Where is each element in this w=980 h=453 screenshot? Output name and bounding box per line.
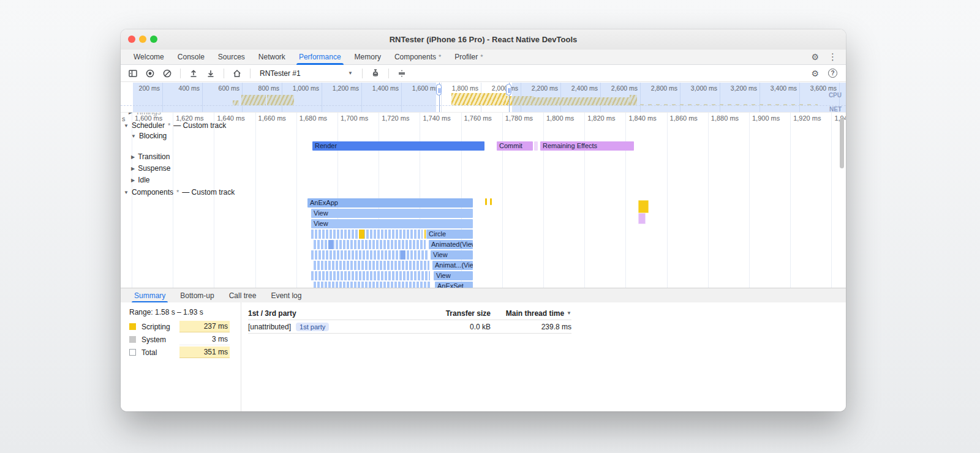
device-select-dropdown[interactable]: RNTester #1 ▼ [256, 67, 356, 80]
legend-value: 237 ms [179, 321, 230, 332]
flame-event-animated-view[interactable]: Animated(View) [429, 240, 473, 249]
details-tab-bottom-up[interactable]: Bottom-up [173, 288, 221, 302]
record-icon[interactable] [143, 66, 157, 81]
vertical-scrollbar[interactable] [840, 118, 844, 168]
load-profile-icon[interactable] [186, 66, 201, 81]
cell-party: [unattributed]1st party [248, 323, 422, 331]
track-suffix: — Custom track [182, 188, 235, 197]
legend-row-total: Total351 ms [129, 346, 230, 359]
track-name: Components [132, 188, 173, 197]
toolbar-separator [388, 69, 389, 78]
flame-event-view[interactable]: View [434, 271, 473, 280]
party-table-header: 1st / 3rd partyTransfer sizeMain thread … [248, 307, 571, 320]
flame-event-circle[interactable]: Circle [426, 230, 473, 239]
timeline-tick-label: 1,820 ms [587, 114, 615, 122]
handle-grip[interactable] [436, 84, 442, 95]
flame-event-sliver[interactable] [534, 141, 538, 151]
header-label: Main thread time [506, 309, 564, 318]
header-main-thread-time[interactable]: Main thread time▼ [491, 309, 571, 318]
flame-event-marker[interactable] [328, 240, 333, 249]
component-activity-bars[interactable] [311, 271, 430, 280]
chevron-expanded-icon: ▼ [131, 133, 136, 139]
legend-label: Total [141, 348, 179, 357]
details-tab-summary[interactable]: Summary [127, 288, 173, 302]
clear-icon[interactable] [160, 66, 175, 81]
flame-event-marker[interactable] [424, 230, 426, 239]
legend-label: System [141, 335, 179, 344]
tab-sources[interactable]: Sources [211, 50, 252, 64]
toggle-panel-icon[interactable] [126, 66, 140, 81]
handle-grip[interactable] [506, 84, 511, 95]
track-header-scheduler[interactable]: ▼Scheduler*— Custom track [124, 121, 226, 130]
timeline-tick-label: 1,900 ms [752, 114, 780, 122]
tab-label: Welcome [134, 53, 164, 61]
component-activity-bars[interactable] [311, 250, 428, 260]
lane-header-transition[interactable]: ▶Transition [131, 152, 170, 161]
party-table-row[interactable]: [unattributed]1st party0.0 kB239.8 ms [248, 320, 571, 334]
timeline-gridline [749, 113, 750, 288]
flame-side-event[interactable] [638, 213, 646, 224]
flame-event-animat-view[interactable]: Animat...(View) [432, 261, 473, 270]
track-suffix: — Custom track [173, 121, 226, 130]
timeline-gridline [255, 113, 256, 288]
flame-event-anexapp[interactable]: AnExApp [307, 198, 473, 208]
grip-bar [439, 88, 439, 93]
settings-gear-icon[interactable]: ⚙ [811, 53, 819, 61]
custom-track-badge-icon: * [480, 53, 483, 61]
track-header-components[interactable]: ▼Components*— Custom track [124, 188, 235, 197]
flame-event-marker[interactable] [485, 198, 487, 205]
flame-event-marker[interactable] [359, 230, 364, 239]
timeline-tick-label: 1,840 ms [628, 114, 656, 122]
legend-swatch [129, 336, 136, 343]
track-name: Transition [138, 152, 170, 161]
window-titlebar: RNTester (iPhone 16 Pro) - React Native … [121, 29, 846, 50]
flame-event-remaining-effects[interactable]: Remaining Effects [540, 141, 634, 151]
more-menu-icon[interactable]: ⋮ [828, 53, 837, 62]
legend-row-system: System3 ms [129, 333, 230, 346]
header-transfer-size[interactable]: Transfer size [422, 309, 491, 318]
flame-event-marker[interactable] [490, 198, 492, 205]
flame-side-event[interactable] [638, 200, 649, 213]
lane-header-blocking[interactable]: ▼Blocking [131, 132, 167, 140]
flame-event-view[interactable]: View [311, 219, 473, 228]
chevron-collapsed-icon: ▶ [131, 178, 135, 183]
tab-performance[interactable]: Performance [292, 50, 348, 64]
tab-profiler[interactable]: Profiler* [448, 50, 489, 64]
collapse-arrow-icon: ▶ [129, 112, 132, 115]
details-tab-call-tree[interactable]: Call tree [222, 288, 264, 302]
component-activity-bars[interactable] [314, 261, 429, 270]
lane-header-idle[interactable]: ▶Idle [131, 176, 150, 184]
flame-chart-area[interactable]: ▶ Timings s 1,600 ms1,620 ms1,640 ms1,66… [121, 112, 846, 288]
details-tabbar: SummaryBottom-upCall treeEvent log [121, 288, 846, 302]
selection-handle-left[interactable] [436, 83, 442, 112]
timeline-gridline [214, 113, 214, 288]
timeline-overview-minimap[interactable]: CPU NET 200 ms400 ms600 ms800 ms1,000 ms… [121, 83, 846, 112]
tab-welcome[interactable]: Welcome [127, 50, 171, 64]
save-profile-icon[interactable] [203, 66, 218, 81]
flame-event-render[interactable]: Render [312, 141, 484, 151]
tab-network[interactable]: Network [252, 50, 292, 64]
flame-event-marker[interactable] [401, 250, 405, 260]
lane-header-suspense[interactable]: ▶Suspense [131, 164, 171, 173]
settings-gear-icon[interactable]: ⚙ [811, 69, 819, 78]
minimap-tick-label: 2,800 ms [642, 84, 677, 92]
flame-event-view[interactable]: View [311, 209, 473, 218]
tab-memory[interactable]: Memory [348, 50, 388, 64]
details-tab-event-log[interactable]: Event log [263, 288, 309, 302]
flame-event-commit[interactable]: Commit [497, 141, 533, 151]
tab-console[interactable]: Console [171, 50, 211, 64]
home-icon[interactable] [230, 66, 244, 81]
minimap-tick-label: 3,600 ms [801, 84, 837, 92]
garbage-collect-icon[interactable] [368, 66, 383, 81]
help-icon[interactable]: ? [828, 69, 837, 78]
device-select-label: RNTester #1 [260, 69, 301, 78]
flame-event-view[interactable]: View [431, 250, 473, 260]
compress-recording-icon[interactable] [394, 66, 409, 81]
component-activity-bars[interactable] [311, 230, 423, 239]
minimap-tick-label: 2,200 ms [522, 84, 558, 92]
selection-handle-right[interactable] [506, 83, 512, 112]
track-name: Blocking [139, 132, 167, 140]
grip-bar [440, 88, 440, 93]
minimap-tick-label: 1,400 ms [363, 84, 399, 92]
tab-components[interactable]: Components* [388, 50, 448, 64]
